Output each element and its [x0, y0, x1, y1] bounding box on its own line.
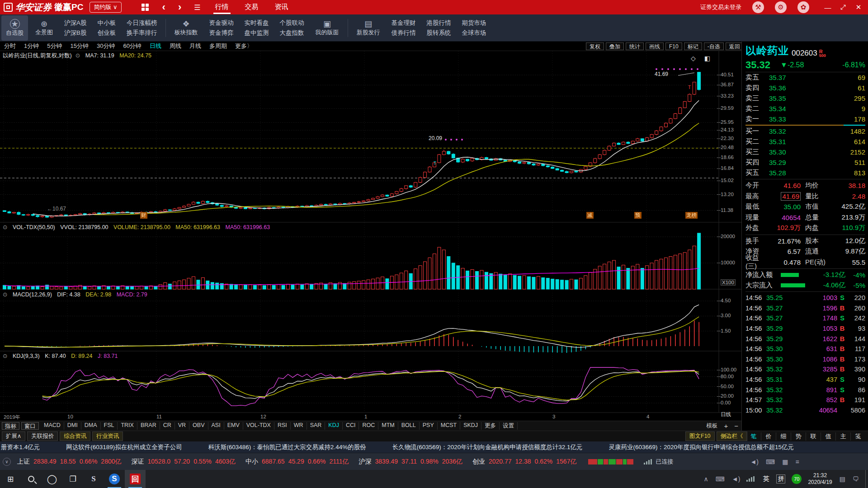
mini-tab-值[interactable]: 值	[821, 432, 835, 441]
nav-tab-交易[interactable]: 交易	[245, 0, 259, 14]
indicator-tab-MACD[interactable]: MACD	[41, 422, 64, 430]
chart-button-F10[interactable]: F10	[665, 42, 682, 50]
app-icon-1[interactable]: S	[83, 470, 104, 488]
task-view-icon[interactable]: ❐	[62, 470, 83, 488]
chart-button-画线[interactable]: 画线	[646, 42, 664, 50]
bid-row[interactable]: 买五35.28813	[745, 168, 865, 178]
chart-button-统计[interactable]: 统计	[626, 42, 644, 50]
nav-tab-资讯[interactable]: 资讯	[275, 0, 288, 14]
collapse-statusbar-icon[interactable]: ∨	[3, 458, 11, 466]
period-5[interactable]: 60分钟	[123, 42, 141, 50]
ext-tab-关联报价[interactable]: 关联报价	[27, 432, 58, 441]
diamond-marker-icon[interactable]: ◇	[691, 55, 696, 62]
news-item-1[interactable]: 网达软件(603189)拟在杭州成立全资子公司	[66, 443, 182, 451]
tray-chevron-up-icon[interactable]: ∧	[703, 475, 708, 483]
index-block-中小[interactable]: 中小6887.6545.290.66%2111亿	[245, 458, 352, 466]
event-badge-龙榜[interactable]: 龙榜	[685, 212, 698, 219]
ext-tab-扩展∧[interactable]: 扩展∧	[2, 432, 25, 441]
indicator-tab-MCST[interactable]: MCST	[438, 422, 460, 430]
tray-volume-icon[interactable]: ◄)	[732, 475, 741, 483]
indicator-tab-更多[interactable]: 更多	[481, 422, 500, 430]
event-badge-财[interactable]: 财	[140, 212, 147, 219]
mini-tab-笺[interactable]: 笺	[850, 432, 865, 441]
period-7[interactable]: 周线	[170, 42, 181, 50]
mini-tab-主[interactable]: 主	[835, 432, 850, 441]
news-item-3[interactable]: 长久物流(603569)：2020年计划向金融机构申请授信额度总计32.1亿元	[392, 443, 583, 451]
indicator-tab-CCI[interactable]: CCI	[343, 422, 359, 430]
toolbar-item-ipo[interactable]: ▤新股发行	[352, 15, 385, 41]
indicator-tab-VOL-TDX[interactable]: VOL-TDX	[243, 422, 274, 430]
chart-canvas[interactable]: TT	[0, 51, 741, 421]
bid-row[interactable]: 买二35.31614	[745, 136, 865, 147]
chart-button-返回[interactable]: 返回	[726, 42, 744, 50]
period-6[interactable]: 日线	[150, 42, 161, 50]
tab-box-窗口[interactable]: 窗口	[21, 422, 39, 430]
period-2[interactable]: 5分钟	[47, 42, 62, 50]
indicator-tab-FSL[interactable]: FSL	[101, 422, 118, 430]
indicator-tab-CR[interactable]: CR	[160, 422, 175, 430]
back-icon[interactable]: ‹	[162, 1, 165, 13]
indicator-tab-MTM[interactable]: MTM	[378, 422, 398, 430]
indicator-tab-SAR[interactable]: SAR	[307, 422, 326, 430]
period-10[interactable]: 更多〉	[235, 42, 253, 50]
index-block-深证[interactable]: 深证10528.057.200.55%4603亿	[132, 458, 240, 466]
toolbar-item-my-layout[interactable]: ▣我的版面	[311, 15, 344, 41]
chart-button-标记[interactable]: 标记	[684, 42, 702, 50]
app-icon-trading[interactable]: 回	[125, 470, 146, 488]
side-tab-侧边栏《[interactable]: 侧边栏《	[717, 432, 747, 441]
indicator-tab-BOLL[interactable]: BOLL	[398, 422, 420, 430]
ext-tab-行业资讯[interactable]: 行业资讯	[92, 432, 123, 441]
tray-network-icon[interactable]	[746, 476, 755, 482]
lang-indicator[interactable]: 英	[763, 475, 769, 483]
close-button[interactable]: ✕	[852, 3, 865, 11]
maximize-button[interactable]: ⤢	[836, 3, 850, 11]
tab-box-指标[interactable]: 指标	[2, 422, 19, 430]
news-item-4[interactable]: 灵康药业(603669)：2020年度拟向银行申请综合授信总额不超15亿元	[609, 443, 794, 451]
toolbar-item-watchlist[interactable]: ★自选股	[1, 15, 28, 41]
bid-row[interactable]: 买一35.321482	[745, 126, 865, 136]
chart-button--自选[interactable]: -自选	[704, 42, 724, 50]
panel-icon[interactable]: ▦	[782, 458, 788, 465]
settings-gear-icon[interactable]: ⚙	[775, 1, 787, 13]
ime-indicator[interactable]: 拼	[776, 474, 785, 483]
event-badge-预[interactable]: 预	[634, 212, 642, 219]
indicator-tab-设置[interactable]: 设置	[500, 422, 518, 430]
indicator-tab-BRAR[interactable]: BRAR	[137, 422, 160, 430]
indicator-tab-DMA[interactable]: DMA	[81, 422, 101, 430]
index-block-创业[interactable]: 创业2020.7712.380.62%1567亿	[472, 458, 580, 466]
speaker-icon[interactable]: ◄)	[750, 458, 759, 465]
forward-icon[interactable]: ›	[178, 1, 181, 13]
chart-button-叠加[interactable]: 叠加	[606, 42, 624, 50]
zoom-out-button[interactable]: −	[731, 422, 741, 430]
cortana-icon[interactable]: ◯	[42, 470, 62, 488]
indicator-tab-KDJ[interactable]: KDJ	[325, 422, 343, 430]
period-9[interactable]: 多周期	[209, 42, 227, 50]
period-1[interactable]: 1分钟	[24, 42, 39, 50]
indicator-tab-SKDJ[interactable]: SKDJ	[460, 422, 481, 430]
panel-toggle-icon[interactable]: ◧	[704, 55, 710, 62]
chart-button-复权[interactable]: 复权	[586, 42, 604, 50]
indicator-tab-OBV[interactable]: OBV	[189, 422, 208, 430]
collapse-icon[interactable]: ⊙	[3, 224, 7, 230]
show-desktop-button[interactable]	[865, 470, 868, 488]
indicator-tab-ROC[interactable]: ROC	[359, 422, 378, 430]
ask-row[interactable]: 卖四35.3661	[745, 83, 865, 93]
tray-display-icon[interactable]: ⌨	[716, 475, 725, 483]
notes-icon[interactable]: ▤	[840, 475, 845, 483]
nav-tab-行情[interactable]: 行情	[215, 0, 229, 14]
indicator-tab-EMV[interactable]: EMV	[224, 422, 243, 430]
indicator-tab-PSY[interactable]: PSY	[420, 422, 438, 430]
indicator-tab-WR[interactable]: WR	[291, 422, 307, 430]
start-button[interactable]: ⊞	[0, 470, 21, 488]
toolbar-item-panorama[interactable]: ⊕全景图	[31, 15, 57, 41]
system-clock[interactable]: 21:322020/4/19	[808, 472, 832, 486]
collapse-icon[interactable]: ⊙	[75, 52, 80, 59]
bid-row[interactable]: 买三35.302152	[745, 147, 865, 157]
app-icon-2[interactable]: S	[104, 470, 125, 488]
tools-icon[interactable]: ⚒	[752, 1, 764, 13]
skin-icon[interactable]: ✿	[797, 1, 809, 13]
mini-tab-联[interactable]: 联	[806, 432, 821, 441]
side-tab-图文F10[interactable]: 图文F10	[685, 432, 715, 441]
period-0[interactable]: 分时	[4, 42, 16, 50]
version-dropdown[interactable]: 简约版 ∨	[90, 2, 121, 13]
